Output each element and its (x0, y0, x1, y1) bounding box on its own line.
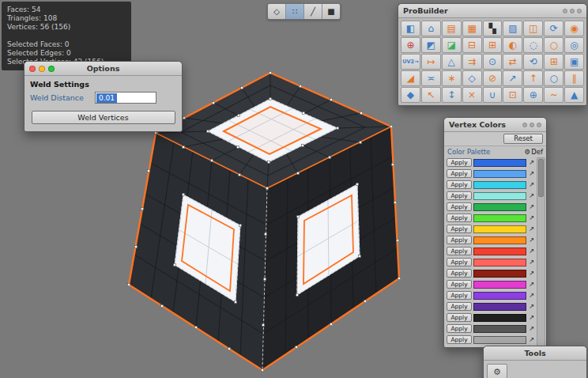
scrollbar[interactable] (537, 157, 545, 346)
color-swatch[interactable] (473, 336, 526, 344)
smoothing-groups-button[interactable]: ▤ (442, 21, 462, 36)
apply-color-button[interactable]: Apply (447, 247, 472, 255)
color-swatch[interactable] (473, 292, 526, 300)
color-swatch[interactable] (473, 181, 526, 189)
apply-color-button[interactable]: Apply (447, 302, 472, 311)
window-control-dot[interactable] (522, 123, 527, 127)
eyedropper-icon[interactable]: ↗ (528, 303, 535, 310)
weld-vertices-button[interactable]: Weld Vertices (32, 111, 175, 124)
subdivide-object-button[interactable]: ⊞ (544, 54, 564, 70)
apply-color-button[interactable]: Apply (447, 191, 472, 200)
smart-merge-button[interactable]: ◫ (523, 21, 543, 36)
eyedropper-icon[interactable]: ↗ (528, 170, 535, 177)
extrude-faces-button[interactable]: ↑ (523, 70, 543, 86)
window-control-dot[interactable] (570, 9, 575, 13)
palette-preset-dropdown[interactable]: ⚙ Def (525, 148, 543, 156)
flip-face-edge-button[interactable]: ↕ (442, 87, 462, 103)
weld-vertices-button[interactable]: ∪ (483, 87, 503, 103)
apply-color-button[interactable]: Apply (447, 214, 472, 222)
mirror-objects-button[interactable]: ⇄ (503, 54, 522, 70)
color-swatch[interactable] (473, 159, 526, 167)
invert-selection-button[interactable]: ◐ (503, 37, 522, 53)
apply-color-button[interactable]: Apply (447, 169, 472, 178)
color-swatch[interactable] (473, 214, 526, 222)
close-button[interactable] (29, 66, 36, 72)
apply-color-button[interactable]: Apply (447, 180, 472, 189)
select-holes-button[interactable]: ◌ (523, 37, 543, 53)
tools-button[interactable]: ⚙ (487, 364, 507, 378)
apply-color-button[interactable]: Apply (447, 291, 472, 300)
window-control-dot[interactable] (530, 123, 534, 127)
grow-selection-button[interactable]: ⊞ (483, 37, 503, 53)
color-swatch[interactable] (473, 170, 526, 178)
color-swatch[interactable] (473, 303, 526, 311)
vertex-select-button[interactable]: ∷ (286, 4, 304, 19)
collapse-vertices-button[interactable]: ∗ (442, 70, 462, 86)
detach-faces-button[interactable]: ↗ (503, 70, 522, 86)
select-by-color-button[interactable]: ◪ (442, 37, 462, 53)
eyedropper-icon[interactable]: ↗ (528, 336, 535, 343)
color-swatch[interactable] (473, 248, 526, 255)
eyedropper-icon[interactable]: ↗ (528, 214, 535, 221)
eyedropper-icon[interactable]: ↗ (528, 225, 535, 232)
merge-faces-button[interactable]: ◆ (401, 87, 420, 103)
material-editor-button[interactable]: ▦ (462, 21, 482, 36)
weld-distance-input[interactable]: 0.01 (95, 92, 156, 104)
window-control-dot[interactable] (577, 9, 582, 13)
apply-color-button[interactable]: Apply (447, 258, 472, 266)
eyedropper-icon[interactable]: ↗ (528, 248, 535, 255)
center-pivot-button[interactable]: ⊙ (483, 54, 503, 70)
flip-normals-button[interactable]: ⟲ (523, 54, 543, 70)
lightmap-uv-button[interactable]: UV2→ (401, 54, 420, 70)
color-swatch[interactable] (473, 192, 526, 200)
eyedropper-icon[interactable]: ↗ (528, 314, 535, 321)
apply-color-button[interactable]: Apply (447, 269, 472, 278)
apply-color-button[interactable]: Apply (447, 324, 472, 333)
bevel-edges-button[interactable]: ◢ (401, 70, 420, 86)
color-swatch[interactable] (473, 325, 526, 333)
fill-hole-button[interactable]: ○ (544, 70, 564, 86)
probuilderize-button[interactable]: ⟳ (544, 21, 564, 36)
apply-color-button[interactable]: Apply (447, 280, 472, 289)
poly-shape-button[interactable]: ⌂ (421, 21, 441, 36)
color-swatch[interactable] (473, 314, 526, 322)
color-swatch[interactable] (473, 281, 526, 289)
color-swatch[interactable] (473, 259, 526, 266)
face-select-button[interactable]: ■ (322, 4, 340, 19)
apply-color-button[interactable]: Apply (447, 313, 472, 322)
vertex-colors-button[interactable]: ▨ (503, 21, 522, 36)
smoothing-preview-button[interactable]: ▲ (564, 87, 584, 103)
eyedropper-icon[interactable]: ↗ (528, 203, 535, 210)
apply-color-button[interactable]: Apply (447, 158, 472, 167)
color-swatch[interactable] (473, 270, 526, 278)
window-control-dot[interactable] (537, 123, 541, 127)
select-by-material-button[interactable]: ◩ (421, 37, 441, 53)
object-select-button[interactable]: ◇ (268, 4, 286, 19)
apply-color-button[interactable]: Apply (447, 225, 472, 233)
apply-color-button[interactable]: Apply (447, 335, 472, 344)
bezier-shape-button[interactable]: ~ (544, 87, 564, 103)
apply-color-button[interactable]: Apply (447, 236, 472, 244)
select-hidden-button[interactable]: ◉ (564, 21, 584, 36)
color-swatch[interactable] (473, 236, 526, 244)
minimize-button[interactable] (39, 66, 45, 72)
eyedropper-icon[interactable]: ↗ (528, 325, 535, 332)
color-swatch[interactable] (473, 203, 526, 211)
shrink-selection-button[interactable]: ⊟ (462, 37, 482, 53)
edge-select-button[interactable]: ╱ (304, 4, 322, 19)
connect-elements-button[interactable]: ◇ (462, 70, 482, 86)
color-swatch[interactable] (473, 225, 526, 233)
eyedropper-icon[interactable]: ↗ (528, 292, 535, 299)
window-control-dot[interactable] (563, 9, 567, 13)
uv-editor-button[interactable]: ▚ (483, 21, 503, 36)
insert-edge-loop-button[interactable]: ∥ (564, 70, 584, 86)
new-shape-button[interactable]: ◧ (401, 21, 420, 36)
scrollbar-thumb[interactable] (538, 159, 544, 197)
conform-normals-button[interactable]: ⇉ (462, 54, 482, 70)
eyedropper-icon[interactable]: ↗ (528, 181, 535, 188)
eyedropper-icon[interactable]: ↗ (528, 236, 535, 244)
eyedropper-icon[interactable]: ↗ (528, 159, 535, 166)
triangulate-button[interactable]: △ (442, 54, 462, 70)
select-loop-button[interactable]: ○ (544, 37, 564, 53)
eyedropper-icon[interactable]: ↗ (528, 270, 535, 277)
